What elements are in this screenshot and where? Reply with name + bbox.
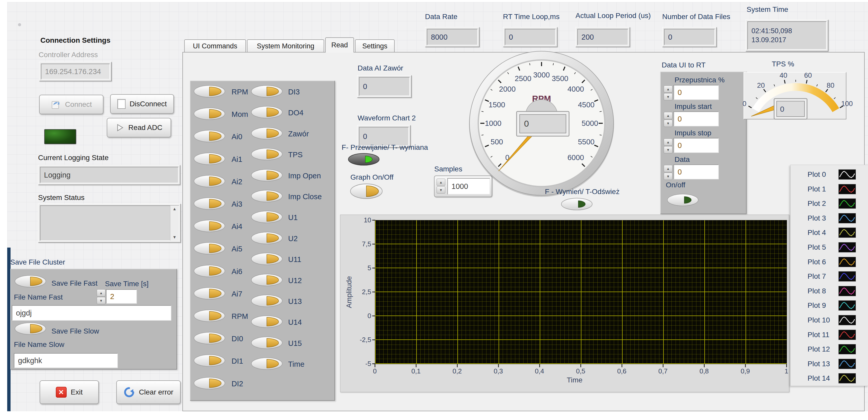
scroll-down-icon[interactable]: ▼ <box>173 235 177 240</box>
file-name-slow-field[interactable]: gdkghk <box>14 353 118 368</box>
toggle-right-u15[interactable] <box>251 336 283 349</box>
legend-item[interactable]: Plot 3 <box>790 213 868 223</box>
legend-item[interactable]: Plot 10 <box>790 315 868 326</box>
legend-swatch[interactable] <box>838 242 856 252</box>
onoff-toggle[interactable] <box>667 193 699 206</box>
toggle-left-rpm[interactable] <box>193 85 225 98</box>
data-ui-spinner[interactable]: ▲▼ <box>664 139 673 153</box>
toggle-left-mom[interactable] <box>193 107 225 120</box>
disconnect-button[interactable]: DisConnect <box>110 94 174 114</box>
data-ui-field-value[interactable]: 0 <box>674 138 719 153</box>
spin-down-icon[interactable]: ▼ <box>664 93 673 100</box>
samples-control[interactable]: ▲ ▼ 1000 <box>434 176 492 197</box>
scroll-up-icon[interactable]: ▲ <box>173 207 177 211</box>
spin-down-icon[interactable]: ▼ <box>437 186 445 193</box>
controller-address-field[interactable]: 169.254.176.234 <box>39 62 112 81</box>
samples-spinner[interactable]: ▲ ▼ <box>437 179 445 193</box>
toggle-right-zawór[interactable] <box>251 127 283 140</box>
toggle-left-ai4[interactable] <box>193 219 225 232</box>
legend-item[interactable]: Plot 12 <box>790 344 868 355</box>
legend-swatch[interactable] <box>838 286 856 296</box>
legend-item[interactable]: Plot 11 <box>790 329 868 340</box>
graph-onoff-toggle[interactable] <box>350 183 383 199</box>
legend-item[interactable]: Plot 1 <box>790 184 868 194</box>
toggle-right-u2[interactable] <box>251 232 283 244</box>
legend-item[interactable]: Plot 6 <box>790 257 868 267</box>
status-scrollbar[interactable]: ▲ ▼ <box>170 206 179 241</box>
legend-item[interactable]: Plot 13 <box>790 359 868 369</box>
toggle-right-u1[interactable] <box>251 211 283 223</box>
legend-item[interactable]: Plot 8 <box>790 286 868 297</box>
legend-item[interactable]: Plot 14 <box>790 373 868 384</box>
toggle-right-do4[interactable] <box>251 106 283 119</box>
read-adc-button[interactable]: Read ADC <box>107 118 171 138</box>
toggle-right-u13[interactable] <box>251 294 283 307</box>
toggle-right-u14[interactable] <box>251 315 283 328</box>
clear-error-button[interactable]: Clear error <box>116 380 181 404</box>
spin-up-icon[interactable]: ▲ <box>664 112 673 119</box>
legend-item[interactable]: Plot 9 <box>790 300 868 311</box>
save-time-spinner[interactable]: ▲ ▼ <box>97 289 105 304</box>
legend-swatch[interactable] <box>838 199 856 209</box>
system-status-box[interactable]: ▲ ▼ <box>38 204 181 243</box>
legend-swatch[interactable] <box>838 228 856 238</box>
toggle-right-u12[interactable] <box>251 274 283 287</box>
spin-down-icon[interactable]: ▼ <box>97 297 105 304</box>
legend-item[interactable]: Plot 5 <box>790 242 868 253</box>
data-ui-spinner[interactable]: ▲▼ <box>664 112 673 127</box>
spin-down-icon[interactable]: ▼ <box>664 146 673 153</box>
file-name-fast-field[interactable]: ojgdj <box>12 305 171 321</box>
toggle-left-ai7[interactable] <box>193 287 225 300</box>
data-ui-field-value[interactable]: 0 <box>674 85 719 100</box>
legend-swatch[interactable] <box>838 330 856 340</box>
data-ui-spinner[interactable]: ▲▼ <box>664 165 673 180</box>
tab-system-monitoring[interactable]: System Monitoring <box>247 39 324 52</box>
spin-down-icon[interactable]: ▼ <box>664 173 673 180</box>
spin-up-icon[interactable]: ▲ <box>664 165 673 172</box>
legend-swatch[interactable] <box>838 169 856 180</box>
spin-up-icon[interactable]: ▲ <box>437 179 445 186</box>
tab-read[interactable]: Read <box>325 37 354 53</box>
toggle-left-di2[interactable] <box>193 377 225 390</box>
wymien-toggle[interactable] <box>561 198 593 211</box>
spin-up-icon[interactable]: ▲ <box>664 85 673 93</box>
toggle-left-rpm[interactable] <box>193 309 225 322</box>
toggle-left-ai3[interactable] <box>193 197 225 210</box>
legend-swatch[interactable] <box>838 213 856 223</box>
exit-button[interactable]: ✕ Exit <box>40 380 99 404</box>
samples-field[interactable]: 1000 <box>447 178 490 194</box>
save-file-fast-toggle[interactable] <box>14 275 46 288</box>
data-ui-spinner[interactable]: ▲▼ <box>664 85 673 100</box>
toggle-left-ai5[interactable] <box>193 242 225 255</box>
toggle-left-ai0[interactable] <box>193 130 225 143</box>
spin-down-icon[interactable]: ▼ <box>664 120 673 127</box>
toggle-left-ai2[interactable] <box>193 175 225 188</box>
toggle-right-u11[interactable] <box>251 252 283 265</box>
toggle-right-imp-open[interactable] <box>251 169 283 182</box>
legend-swatch[interactable] <box>838 315 856 325</box>
toggle-left-ai1[interactable] <box>193 152 225 165</box>
legend-item[interactable]: Plot 4 <box>790 227 868 238</box>
legend-swatch[interactable] <box>838 359 856 369</box>
toggle-left-ai6[interactable] <box>193 265 225 277</box>
save-time-field[interactable]: 2 <box>106 289 137 304</box>
toggle-left-di1[interactable] <box>193 354 225 367</box>
legend-swatch[interactable] <box>838 344 856 354</box>
spin-up-icon[interactable]: ▲ <box>97 289 105 297</box>
tab-settings[interactable]: Settings <box>355 39 395 52</box>
legend-swatch[interactable] <box>838 300 856 311</box>
toggle-left-di0[interactable] <box>193 332 225 344</box>
toggle-right-di3[interactable] <box>251 85 283 98</box>
legend-swatch[interactable] <box>838 373 856 384</box>
connect-button[interactable]: Connect <box>39 95 103 114</box>
tab-ui-commands[interactable]: UI Commands <box>184 39 246 52</box>
legend-item[interactable]: Plot 7 <box>790 271 868 282</box>
legend-item[interactable]: Plot 2 <box>790 198 868 209</box>
przewijanie-toggle[interactable] <box>348 153 380 166</box>
data-ui-field-value[interactable]: 0 <box>674 164 719 179</box>
toggle-right-time[interactable] <box>251 357 283 370</box>
toggle-right-imp-close[interactable] <box>251 190 283 203</box>
toggle-right-tps[interactable] <box>251 148 283 160</box>
legend-item[interactable]: Plot 0 <box>790 169 868 180</box>
legend-swatch[interactable] <box>838 257 856 267</box>
